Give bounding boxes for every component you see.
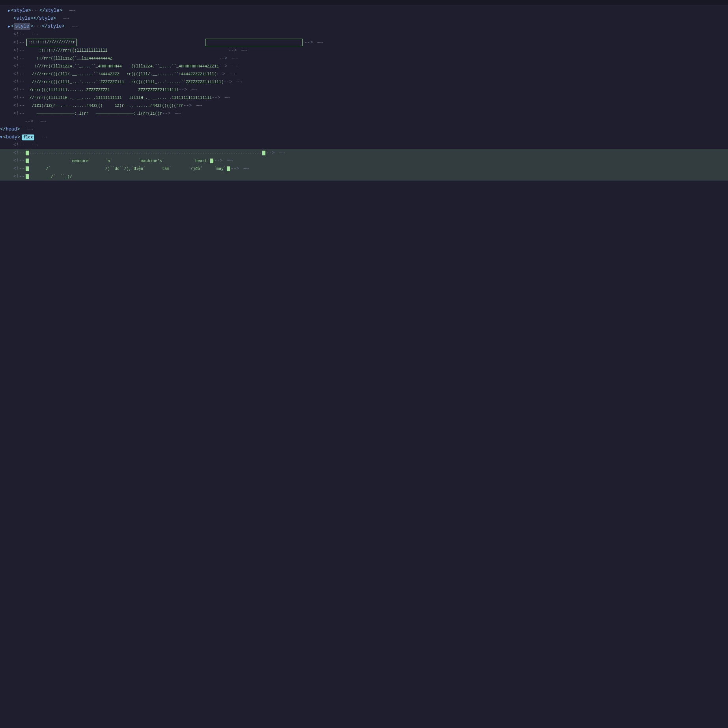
title-bar — [0, 0, 728, 5]
line-ascii-1[interactable]: <!-- ::!!!!!!//////////rr --> —→ — [0, 38, 728, 47]
line-measure-2[interactable]: <!-- `measure` `a` `machine's` `heart` -… — [0, 157, 728, 165]
line-comment-open[interactable]: <!-- —→ — [0, 30, 728, 38]
line-ascii-2[interactable]: <!-- :!!!!!////rrr(((lllllllllllll --> —… — [0, 47, 728, 54]
line-style-3[interactable]: ▶ <style> ··· </style> —→ — [0, 22, 728, 30]
line-measure-3[interactable]: <!-- /` /)``do``/),`điện` tâm` /)đổ `máy… — [0, 165, 728, 173]
line-body-open[interactable]: ▼ <body> flex —→ — [0, 133, 728, 141]
line-body-comment1[interactable]: <!-- —→ — [0, 141, 728, 149]
line-ascii-9[interactable]: <!-- /1Z1(/1Z(r—-._-__......r44Z((( 1Z(r… — [0, 102, 728, 110]
line-head-close[interactable]: </head> —→ — [0, 125, 728, 133]
line-ascii-4[interactable]: <!-- !///rr((lll11ZZ4.``_....``_4HHHHHHH… — [0, 62, 728, 70]
line-comment-close-1[interactable]: --> —→ — [0, 118, 728, 125]
line-ascii-3[interactable]: <!-- !!/rrr((lll111Z(`__l1Z444444444Z --… — [0, 54, 728, 62]
line-ascii-6[interactable]: <!-- ////rrrr((((llll_...`......``ZZZZZZ… — [0, 78, 728, 86]
line-style-2[interactable]: <style></style> —→ — [0, 15, 728, 22]
elements-panel[interactable]: ▶ <style> ··· </style> —→ <style></style… — [0, 5, 728, 707]
line-ascii-10[interactable]: <!-- ————————————————:.l(rr ————————————… — [0, 110, 728, 118]
line-ascii-8[interactable]: <!-- //rrrr((lllll1lH-._-__....-.1111111… — [0, 94, 728, 102]
line-style-1[interactable]: ▶ <style> ··· </style> —→ — [0, 7, 728, 15]
line-ascii-7[interactable]: <!-- /rrrr(((lll1lll1........ZZZZZZZZZ1 … — [0, 86, 728, 94]
line-ascii-5[interactable]: <!-- ////rrrr((((lll/.__.......``!4444ZZ… — [0, 70, 728, 78]
line-measure-4[interactable]: <!-- _/` ``_(/ — [0, 173, 728, 181]
line-measure-1[interactable]: <!-- -----------------------------------… — [0, 149, 728, 157]
